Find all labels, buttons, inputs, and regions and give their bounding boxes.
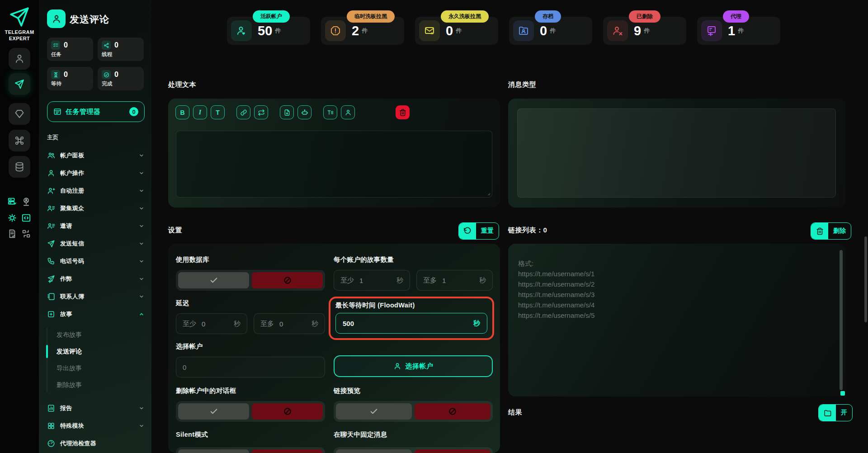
mail-warning-icon xyxy=(419,20,440,41)
link-button[interactable] xyxy=(236,105,250,119)
links-textarea[interactable]: 格式: https://t.me/username/s/1 https://t.… xyxy=(508,244,846,396)
silent-mode-label: Silent模式 xyxy=(176,430,325,439)
nav-item-account-actions[interactable]: 帐户操作 xyxy=(39,164,151,182)
account-count-input[interactable]: 0 xyxy=(176,357,325,378)
links-scrollbar[interactable] xyxy=(840,250,843,390)
reset-button[interactable]: 重置 xyxy=(458,222,499,240)
nav-item-special-modules[interactable]: 特殊模块 xyxy=(39,417,151,434)
chevron-down-icon xyxy=(139,294,144,299)
webcam-person-icon[interactable] xyxy=(21,196,32,207)
check-circle-icon xyxy=(102,70,111,79)
chevron-down-icon xyxy=(139,259,144,264)
delete-dialogs-yes[interactable] xyxy=(178,403,249,420)
folder-icon xyxy=(819,405,836,421)
window-scrollbar[interactable] xyxy=(864,236,867,322)
rail-accounts-button[interactable] xyxy=(9,48,30,70)
code-window-icon[interactable] xyxy=(21,212,32,223)
submenu-export-stories[interactable]: 导出故事 xyxy=(39,360,151,377)
stories-max-input[interactable]: 至多1秒 xyxy=(416,270,493,291)
text-template-button[interactable] xyxy=(323,105,337,119)
submenu-publish-story[interactable]: 发布故事 xyxy=(39,326,151,343)
delete-links-button[interactable]: 删除 xyxy=(811,222,851,240)
perm-floodban-count: 0 xyxy=(446,24,453,38)
document-check-icon[interactable] xyxy=(7,228,18,239)
pin-message-yes[interactable] xyxy=(336,449,412,453)
sidebar: 发送评论 0 任务 0 线程 0 等待 0 完成 xyxy=(39,0,151,453)
card-proxy: 代理 1 件 xyxy=(697,17,780,45)
link-preview-no[interactable] xyxy=(415,403,491,420)
rail-command-button[interactable] xyxy=(9,130,30,151)
reset-icon xyxy=(459,223,476,239)
chevron-down-icon xyxy=(139,188,144,193)
pin-message-label: 在聊天中固定消息 xyxy=(334,430,493,439)
file-insert-button[interactable] xyxy=(280,105,294,119)
delay-label: 延迟 xyxy=(176,299,325,307)
silent-mode-toggle xyxy=(176,447,325,453)
submenu-send-comments[interactable]: 发送评论 xyxy=(39,343,151,360)
swap-modules-icon[interactable] xyxy=(21,228,32,239)
delay-min-input[interactable]: 至少0秒 xyxy=(176,313,247,334)
nav-item-auto-register[interactable]: 自动注册 xyxy=(39,182,151,199)
nav-item-cheat[interactable]: 作弊 xyxy=(39,270,151,288)
settings-title: 设置 xyxy=(168,226,182,235)
resize-grip-icon[interactable] xyxy=(486,191,491,196)
task-manager-button[interactable]: 任务管理器 0 xyxy=(47,101,145,122)
bot-button[interactable] xyxy=(297,105,311,119)
threads-label: 线程 xyxy=(102,51,140,58)
link-preview-yes[interactable] xyxy=(336,403,412,420)
done-count: 0 xyxy=(114,71,118,79)
send-plus-icon xyxy=(47,275,55,283)
person-x-icon xyxy=(607,20,628,41)
nav-item-reports[interactable]: 报告 xyxy=(39,399,151,417)
submenu-delete-stories[interactable]: 删除故事 xyxy=(39,377,151,393)
nav-item-send-sms[interactable]: 发送短信 xyxy=(39,235,151,252)
floodwait-input[interactable]: 500 秒 xyxy=(335,313,487,334)
stories-submenu: 发布故事 发送评论 导出故事 删除故事 xyxy=(39,326,151,393)
nav-item-proxy-checker[interactable]: 代理池检查器 xyxy=(39,434,151,452)
rail-send-button[interactable] xyxy=(9,73,30,95)
phone-icon xyxy=(47,257,55,265)
rail-premium-button[interactable] xyxy=(9,103,30,125)
task-manager-icon xyxy=(53,108,61,116)
clear-text-button[interactable] xyxy=(396,105,410,119)
use-database-yes[interactable] xyxy=(178,272,249,288)
bold-button[interactable]: B xyxy=(175,105,189,119)
task-manager-label: 任务管理器 xyxy=(66,108,125,116)
gear-settings-icon[interactable] xyxy=(7,212,18,223)
use-database-no[interactable] xyxy=(252,272,323,288)
select-account-button[interactable]: 选择帐户 xyxy=(334,355,493,377)
nav-item-stories[interactable]: 故事 xyxy=(39,305,151,323)
nav-item-contact-book[interactable]: 联系人簿 xyxy=(39,288,151,305)
silent-mode-yes[interactable] xyxy=(178,449,249,453)
chevron-down-icon xyxy=(139,223,144,229)
delete-dialogs-no[interactable] xyxy=(252,403,323,420)
process-textarea[interactable] xyxy=(176,131,492,198)
use-database-toggle xyxy=(176,270,325,291)
silent-mode-no[interactable] xyxy=(252,449,323,453)
rail-database-button[interactable] xyxy=(9,156,30,178)
person-list-icon xyxy=(47,222,55,230)
nav-item-gather-audience[interactable]: 聚集观众 xyxy=(39,199,151,217)
tasks-icon xyxy=(51,41,60,50)
delete-dialogs-label: 删除帐户中的对话框 xyxy=(176,387,325,395)
nav-item-invite[interactable]: 邀请 xyxy=(39,217,151,235)
server-check-icon[interactable] xyxy=(7,196,18,207)
process-text-panel: B I T xyxy=(168,99,500,208)
nav-section-home: 主页 xyxy=(47,134,58,142)
open-results-button[interactable]: 开 xyxy=(818,404,853,421)
nav-item-account-panel[interactable]: 帐户面板 xyxy=(39,146,151,164)
text-style-button[interactable]: T xyxy=(211,105,225,119)
floodwait-label: 最长等待时间 (FloodWait) xyxy=(335,301,487,310)
nav-item-phone-numbers[interactable]: 电话号码 xyxy=(39,252,151,270)
repeat-button[interactable] xyxy=(254,105,268,119)
stories-min-input[interactable]: 至少1秒 xyxy=(334,270,410,291)
stories-per-account-label: 每个账户的故事数量 xyxy=(334,255,493,264)
tasks-count: 0 xyxy=(64,41,68,49)
gauge-icon xyxy=(47,439,55,448)
message-type-dropzone[interactable] xyxy=(517,109,836,198)
delay-max-input[interactable]: 至多0秒 xyxy=(254,313,325,334)
italic-button[interactable]: I xyxy=(193,105,207,119)
links-resize-handle[interactable] xyxy=(840,391,845,396)
pin-message-no[interactable] xyxy=(415,449,491,453)
mention-person-button[interactable] xyxy=(341,105,355,119)
